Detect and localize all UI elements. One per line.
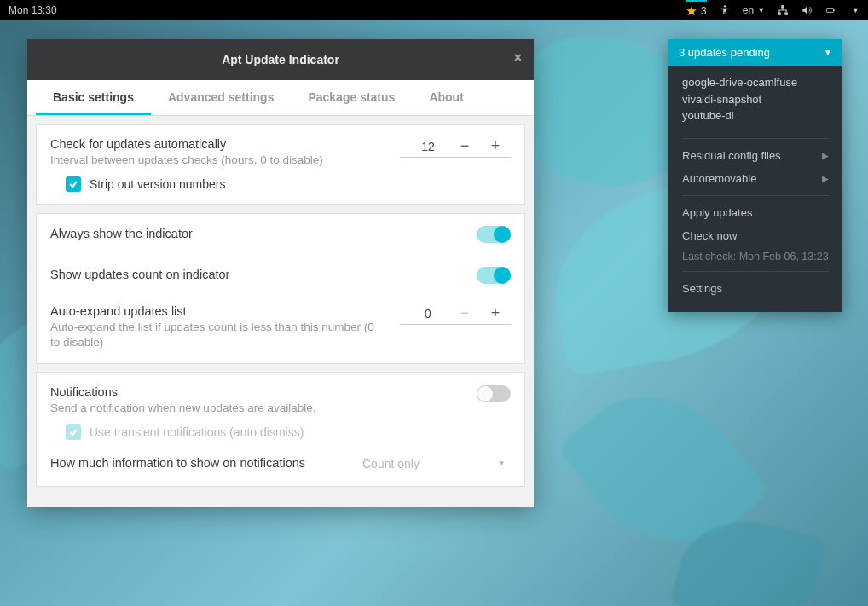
- setting-title: Show updates count on indicator: [50, 268, 229, 281]
- interval-stepper[interactable]: 12 − +: [400, 137, 511, 158]
- autoexpand-value: 0: [407, 307, 449, 320]
- card-auto-check: Check for updates automatically Interval…: [36, 124, 525, 205]
- popup-residual-files[interactable]: Residual config files ▶: [682, 144, 829, 167]
- svg-point-1: [724, 5, 726, 7]
- popup-autoremovable[interactable]: Autoremovable ▶: [682, 167, 829, 190]
- separator: [682, 138, 829, 139]
- autoexpand-stepper[interactable]: 0 − +: [400, 304, 511, 325]
- star-icon: [686, 5, 697, 17]
- setting-title: Auto-expand updates list: [50, 304, 383, 318]
- svg-rect-2: [781, 5, 784, 8]
- panel-updates-count: 3: [701, 5, 707, 17]
- package-item[interactable]: vivaldi-snapshot: [682, 91, 829, 108]
- separator: [682, 271, 829, 272]
- always-show-toggle[interactable]: [477, 226, 511, 243]
- accessibility-icon: [719, 4, 731, 16]
- panel-clock[interactable]: Mon 13:30: [9, 4, 57, 16]
- panel-network[interactable]: [777, 4, 789, 16]
- tab-package-status[interactable]: Package status: [291, 80, 412, 115]
- chevron-right-icon: ▶: [822, 151, 829, 160]
- separator: [682, 195, 829, 196]
- notifications-toggle[interactable]: [477, 385, 511, 402]
- checkmark-icon: [68, 179, 78, 189]
- tab-about[interactable]: About: [412, 80, 480, 115]
- setting-title: Always show the indicator: [50, 227, 193, 240]
- svg-rect-4: [784, 12, 788, 14]
- panel-accessibility[interactable]: [719, 4, 731, 16]
- setting-title: Check for updates automatically: [50, 137, 383, 151]
- card-notifications: Notifications Send a notification when n…: [36, 372, 525, 487]
- svg-rect-5: [826, 9, 833, 13]
- dialog-title: Apt Update Indicator: [222, 53, 339, 66]
- dialog-tabs: Basic settings Advanced settings Package…: [27, 80, 534, 116]
- popup-last-check: Last check: Mon Feb 06, 13:23: [682, 247, 829, 266]
- package-item[interactable]: google-drive-ocamlfuse: [682, 74, 829, 91]
- tab-basic-settings[interactable]: Basic settings: [36, 80, 151, 115]
- select-value: Count only: [362, 457, 420, 470]
- checkmark-icon: [68, 427, 78, 437]
- package-item[interactable]: youtube-dl: [682, 107, 829, 124]
- transient-label: Use transient notifications (auto dismis…: [90, 425, 304, 439]
- svg-rect-6: [834, 9, 835, 11]
- stepper-increment[interactable]: +: [480, 137, 511, 155]
- speaker-icon: [801, 4, 813, 16]
- battery-icon: [825, 4, 836, 16]
- panel-volume[interactable]: [801, 4, 813, 16]
- panel-battery[interactable]: [825, 4, 836, 16]
- setting-desc: Send a notification when new updates are…: [50, 401, 460, 416]
- svg-marker-0: [686, 6, 697, 15]
- panel-updates-indicator[interactable]: 3: [686, 0, 707, 20]
- setting-title: Notifications: [50, 385, 460, 399]
- close-button[interactable]: ×: [514, 51, 522, 65]
- setting-title: How much information to show on notifica…: [50, 456, 340, 470]
- notification-info-select[interactable]: Count only ▼: [357, 453, 511, 474]
- setting-desc: Interval between updates checks (hours, …: [50, 153, 383, 168]
- chevron-right-icon: ▶: [822, 174, 829, 183]
- panel-language[interactable]: en ▼: [743, 4, 765, 16]
- popup-settings[interactable]: Settings: [682, 277, 829, 300]
- popup-header[interactable]: 3 updates pending ▼: [668, 39, 842, 66]
- panel-system-menu[interactable]: ▼: [848, 6, 859, 14]
- strip-version-label: Strip out version numbers: [90, 177, 226, 191]
- show-count-toggle[interactable]: [477, 267, 511, 284]
- setting-desc: Auto-expand the list if updates count is…: [50, 320, 383, 350]
- chevron-down-icon: ▼: [497, 459, 506, 468]
- popup-check-now[interactable]: Check now: [682, 224, 829, 247]
- interval-value: 12: [407, 140, 449, 153]
- popup-apply-updates[interactable]: Apply updates: [682, 201, 829, 224]
- strip-version-checkbox[interactable]: [66, 176, 81, 192]
- dialog-titlebar[interactable]: Apt Update Indicator ×: [27, 39, 534, 80]
- dialog-body: Check for updates automatically Interval…: [27, 116, 534, 507]
- settings-dialog: Apt Update Indicator × Basic settings Ad…: [27, 39, 534, 507]
- card-indicator: Always show the indicator Show updates c…: [36, 213, 525, 363]
- stepper-decrement[interactable]: −: [449, 304, 480, 322]
- popup-header-label: 3 updates pending: [679, 46, 770, 59]
- updates-popup: 3 updates pending ▼ google-drive-ocamlfu…: [668, 39, 842, 312]
- chevron-down-icon: ▼: [852, 6, 859, 14]
- transient-checkbox[interactable]: [66, 424, 81, 440]
- chevron-down-icon: ▼: [757, 6, 765, 14]
- stepper-increment[interactable]: +: [480, 304, 511, 322]
- stepper-decrement[interactable]: −: [449, 137, 480, 155]
- tab-advanced-settings[interactable]: Advanced settings: [151, 80, 291, 115]
- pending-packages-list: google-drive-ocamlfuse vivaldi-snapshot …: [682, 74, 829, 133]
- network-icon: [777, 4, 789, 16]
- top-panel: Mon 13:30 3 en ▼ ▼: [0, 0, 868, 20]
- chevron-down-icon: ▼: [824, 48, 832, 57]
- svg-rect-3: [778, 12, 781, 14]
